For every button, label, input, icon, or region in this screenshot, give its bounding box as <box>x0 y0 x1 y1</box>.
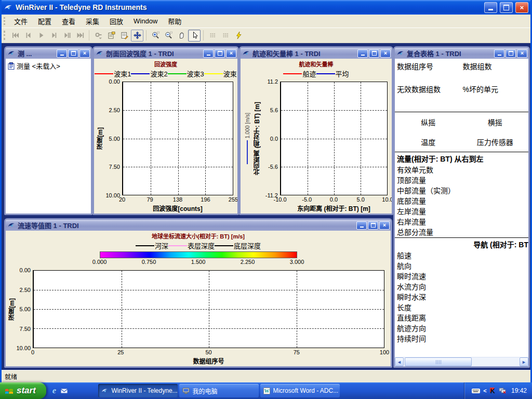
plot-area[interactable] <box>33 270 384 348</box>
field-label: 中部流量（实测） <box>395 185 528 196</box>
window-title: WinRiver II - Teledyne RD Instruments <box>16 3 482 11</box>
plot-area[interactable] <box>280 82 388 195</box>
maximize-button[interactable] <box>506 49 516 58</box>
measurement-tree: 测量 <未载入> <box>6 59 91 214</box>
menu-item[interactable]: 配置 <box>33 15 57 28</box>
echo-titlebar[interactable]: 剖面回波强度 1 - TRDI × <box>94 48 237 59</box>
configuration-report-button[interactable] <box>118 30 130 42</box>
menu-item[interactable]: 采集 <box>81 15 104 28</box>
tabular-view-button[interactable] <box>206 30 219 42</box>
legend-entry: 波束1 <box>95 69 131 78</box>
scroll-right-button[interactable]: ► <box>520 357 528 366</box>
tabular-view-2-button[interactable] <box>219 30 232 42</box>
plot-area[interactable] <box>122 82 233 195</box>
outlook-express-icon[interactable] <box>60 388 68 394</box>
ship-track-chart: 航迹和矢量棒 船迹平均 1.000 [m/s] 北向距离 (相对于: BT) [… <box>241 59 392 214</box>
field-label: 底部流量 <box>395 196 528 206</box>
desktop: WinRiver II - Teledyne RD Instruments × … <box>0 0 532 399</box>
select-cursor-button[interactable] <box>188 30 201 42</box>
task-button-winriver[interactable]: WinRiver II - Teledyne... <box>98 384 178 397</box>
ship-track-plot: 1.000 [m/s] 北向距离 (相对于: BT) [m] 11.25.60.… <box>242 82 388 212</box>
pan-button[interactable] <box>175 30 188 42</box>
field-label: 航迹方向 <box>395 323 528 334</box>
menu-item[interactable]: 回放 <box>104 15 128 28</box>
minimize-button[interactable] <box>203 49 214 58</box>
chart-legend-title: 回波强度 <box>94 60 237 68</box>
menu-item[interactable]: 查看 <box>57 15 81 28</box>
keyboard-layout-icon[interactable] <box>472 388 480 394</box>
close-button[interactable]: × <box>515 2 528 13</box>
scrollbar-track[interactable] <box>404 357 520 366</box>
menu-item[interactable]: 文件 <box>9 15 33 28</box>
composite-titlebar[interactable]: 复合表格 1 - TRDI × <box>395 48 528 59</box>
legend-line-swatch <box>168 73 187 74</box>
system-tray: < K × 19:42 <box>464 382 532 399</box>
properties-button[interactable] <box>105 30 117 42</box>
start-pinging-button[interactable] <box>232 30 245 42</box>
next-ensemble-icon <box>50 31 59 39</box>
close-button[interactable]: × <box>226 49 236 58</box>
close-button[interactable]: × <box>517 49 527 58</box>
close-button[interactable]: × <box>79 49 90 58</box>
trdi-logo-icon <box>101 388 109 394</box>
field-label: %坏的单元 <box>463 84 529 104</box>
field-label: 右岸流量 <box>395 217 528 227</box>
close-icon: × <box>521 50 524 56</box>
minimize-button[interactable] <box>357 49 368 58</box>
zoom-in-button[interactable] <box>149 30 162 42</box>
minimize-button[interactable] <box>484 2 497 13</box>
minimize-button[interactable] <box>57 49 67 58</box>
maximize-button[interactable] <box>68 49 78 58</box>
prev-ensemble-button[interactable] <box>22 30 34 42</box>
goto-ensemble-button[interactable] <box>92 30 104 42</box>
main-titlebar[interactable]: WinRiver II - Teledyne RD Instruments × <box>2 0 530 15</box>
start-button[interactable]: start <box>0 382 46 399</box>
legend-entry: 平均 <box>316 69 349 78</box>
first-ensemble-button[interactable] <box>9 30 21 42</box>
antivirus-tray-icon[interactable]: K <box>490 388 496 394</box>
measurement-titlebar[interactable]: 测 ... × <box>6 48 91 59</box>
next-ensemble-button[interactable] <box>48 30 60 42</box>
y-axis-ticks: 0.002.505.007.5010.00 <box>15 270 33 348</box>
menubar-grip[interactable] <box>4 17 7 25</box>
legend-entry: 波束 <box>204 69 237 78</box>
clock[interactable]: 19:42 <box>511 387 527 394</box>
toolbar-grip[interactable] <box>4 31 7 40</box>
play-button[interactable] <box>35 30 47 42</box>
task-button-my-computer[interactable]: 我的电脑 <box>179 384 259 397</box>
trdi-app-icon <box>4 4 13 11</box>
cursor-arrow-icon <box>190 31 199 39</box>
maximize-button[interactable] <box>369 49 379 58</box>
legend-line-swatch <box>215 245 233 246</box>
contour-titlebar[interactable]: 流速等值图 1 - TRDI × <box>6 220 391 231</box>
scrollbar-thumb[interactable] <box>405 357 472 366</box>
field-label: 压力传感器 <box>462 137 529 147</box>
zoom-out-button[interactable] <box>162 30 175 42</box>
close-button[interactable]: × <box>380 49 391 58</box>
tray-collapse-chevron-icon[interactable]: < <box>483 388 486 394</box>
last-ensemble-button[interactable] <box>74 30 86 42</box>
ship-track-titlebar[interactable]: 航迹和矢量棒 1 - TRDI × <box>241 48 392 59</box>
menu-item[interactable]: 帮助 <box>163 15 187 28</box>
status-bar: 就绪 <box>2 370 530 382</box>
field-label: 持续时间 <box>395 334 528 344</box>
step-ensemble-button[interactable] <box>61 30 73 42</box>
chart-legend: 波束1波束2波束3波束 <box>94 69 237 78</box>
task-button-word[interactable]: W Microsoft Word - ADC... <box>260 384 340 397</box>
contour-plot: 深度[m] 0.002.505.007.5010.00 0255075100 数… <box>8 270 384 365</box>
tree-item-measurement[interactable]: 测量 <未载入> <box>6 59 91 71</box>
maximize-button[interactable] <box>368 221 378 230</box>
toolbar-separator <box>203 30 204 41</box>
network-offline-icon[interactable]: × <box>499 388 507 394</box>
legend-line-swatch <box>283 73 302 74</box>
menu-item[interactable]: Window <box>128 16 163 26</box>
minimize-button[interactable] <box>356 221 367 230</box>
maximize-button[interactable] <box>500 2 513 13</box>
internet-explorer-icon[interactable]: e <box>52 385 57 396</box>
fit-to-window-button[interactable] <box>131 30 143 42</box>
scroll-left-button[interactable]: ◄ <box>395 357 404 366</box>
maximize-button[interactable] <box>215 49 225 58</box>
minimize-button[interactable] <box>494 49 504 58</box>
close-button[interactable]: × <box>379 221 390 230</box>
field-label: 横摇 <box>462 117 529 127</box>
